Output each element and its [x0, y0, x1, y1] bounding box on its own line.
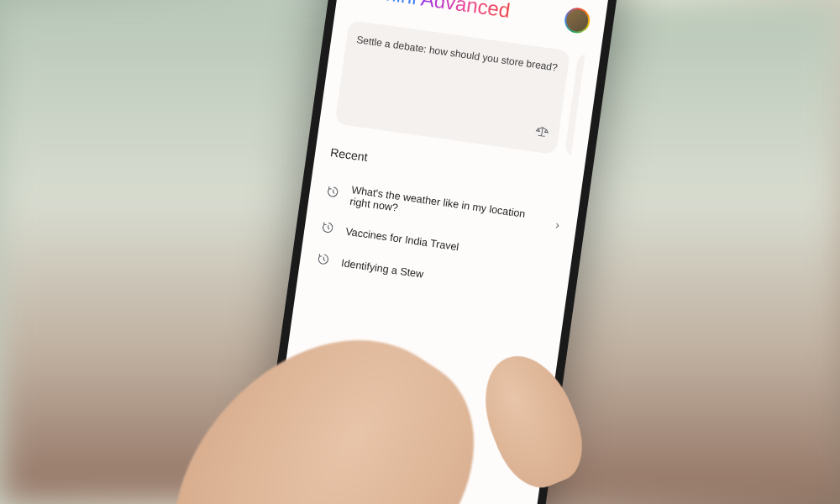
app-title: Gemini Advanced	[352, 0, 512, 23]
card-text: Settle a debate: how should you store br…	[355, 33, 558, 75]
history-icon	[326, 185, 340, 202]
card-text: Plan a meal with what's in my fridge	[585, 65, 585, 101]
chevron-right-icon: ›	[554, 218, 560, 231]
history-icon	[321, 221, 335, 238]
avatar[interactable]	[563, 6, 591, 34]
history-icon	[316, 252, 330, 269]
title-gemini: Gemini	[352, 0, 418, 8]
title-advanced: Advanced	[420, 0, 512, 22]
recent-section: Recent What's the weather like in my loc…	[313, 145, 568, 308]
scales-icon	[533, 124, 549, 142]
suggestion-cards: Settle a debate: how should you store br…	[334, 20, 585, 157]
suggestion-card[interactable]: Settle a debate: how should you store br…	[334, 20, 570, 155]
